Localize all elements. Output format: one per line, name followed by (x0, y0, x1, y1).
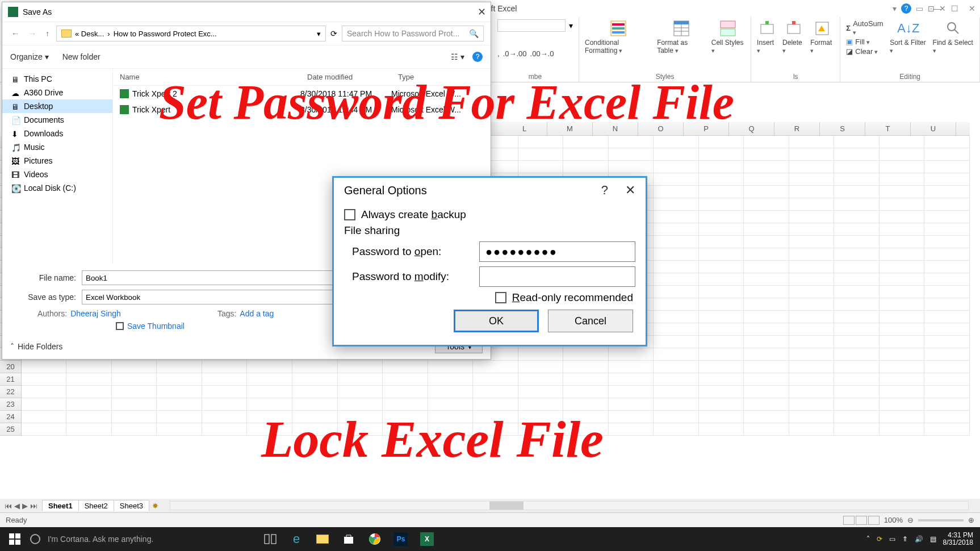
cell[interactable] (744, 136, 789, 148)
col-header[interactable]: S (820, 122, 865, 135)
cell[interactable] (880, 198, 925, 211)
cell[interactable] (338, 411, 383, 423)
tray-chevron-icon[interactable]: ˄ (866, 535, 870, 543)
cell[interactable] (744, 323, 789, 336)
cell[interactable] (654, 173, 699, 186)
cell[interactable] (383, 386, 428, 398)
cell[interactable] (383, 398, 428, 411)
cell[interactable] (880, 336, 925, 348)
minimize-icon[interactable]: — (933, 4, 941, 13)
cell[interactable] (112, 386, 157, 398)
cell[interactable] (924, 423, 970, 436)
cell[interactable] (563, 361, 609, 373)
cell[interactable] (744, 398, 789, 411)
cell[interactable] (654, 311, 699, 323)
cell[interactable] (518, 161, 564, 173)
cell[interactable] (699, 298, 744, 311)
cell[interactable] (202, 361, 248, 373)
cell[interactable] (654, 223, 699, 236)
cell[interactable] (834, 248, 880, 261)
cell[interactable] (518, 136, 564, 148)
cell[interactable] (22, 398, 67, 411)
cell[interactable] (744, 286, 789, 298)
row-header[interactable]: 20 (0, 361, 22, 373)
genopt-close-icon[interactable]: ✕ (625, 183, 635, 198)
cell[interactable] (518, 398, 564, 411)
format-cells[interactable]: Format (810, 19, 834, 55)
cancel-button[interactable]: Cancel (548, 310, 633, 332)
ok-button[interactable]: OK (454, 310, 539, 332)
view-break-icon[interactable] (868, 516, 880, 525)
cell[interactable] (247, 411, 292, 423)
cell[interactable] (924, 336, 970, 348)
cell[interactable] (744, 186, 789, 198)
cell[interactable] (834, 198, 880, 211)
cell[interactable] (834, 423, 880, 436)
cell[interactable] (924, 348, 970, 361)
tray-volume-icon[interactable]: 🔊 (915, 535, 923, 543)
genopt-help-icon[interactable]: ? (601, 183, 608, 198)
cell[interactable] (880, 373, 925, 386)
addr-dropdown-icon[interactable]: ▾ (317, 30, 321, 38)
cell[interactable] (202, 373, 248, 386)
cell[interactable] (699, 173, 744, 186)
cell[interactable] (609, 386, 654, 398)
cell[interactable] (924, 136, 970, 148)
row-header[interactable]: 23 (0, 398, 22, 411)
cell[interactable] (292, 411, 338, 423)
cell[interactable] (880, 298, 925, 311)
cell[interactable] (699, 348, 744, 361)
cell[interactable] (880, 398, 925, 411)
cell[interactable] (66, 423, 112, 436)
cell[interactable] (518, 361, 564, 373)
cell[interactable] (699, 198, 744, 211)
cell[interactable] (789, 173, 835, 186)
cell[interactable] (924, 311, 970, 323)
zoom-in-icon[interactable]: ⊕ (968, 516, 974, 524)
cell[interactable] (66, 398, 112, 411)
cell[interactable] (563, 386, 609, 398)
cell[interactable] (880, 323, 925, 336)
hide-folders-toggle[interactable]: ˄Hide Folders (10, 342, 62, 351)
cell[interactable] (609, 423, 654, 436)
cell[interactable] (609, 161, 654, 173)
format-as-table[interactable]: Format as Table (657, 19, 706, 55)
cell[interactable] (473, 386, 518, 398)
cell[interactable] (880, 161, 925, 173)
cell[interactable] (789, 261, 835, 273)
cell[interactable] (473, 398, 518, 411)
cell[interactable] (66, 386, 112, 398)
cell[interactable] (654, 161, 699, 173)
cell[interactable] (789, 286, 835, 298)
cell[interactable] (473, 361, 518, 373)
cell[interactable] (157, 423, 202, 436)
cell[interactable] (789, 211, 835, 223)
cell[interactable] (338, 398, 383, 411)
ribbon-min-icon[interactable]: ▭ (916, 4, 923, 13)
cell[interactable] (880, 173, 925, 186)
cell[interactable] (924, 411, 970, 423)
cell[interactable] (744, 173, 789, 186)
col-header[interactable]: U (911, 122, 956, 135)
cell[interactable] (880, 348, 925, 361)
cell[interactable] (699, 398, 744, 411)
col-header[interactable]: O (638, 122, 684, 135)
cell[interactable] (744, 423, 789, 436)
col-header[interactable]: M (547, 122, 593, 135)
cell[interactable] (834, 236, 880, 248)
cell[interactable] (834, 261, 880, 273)
cell[interactable] (880, 148, 925, 161)
row-header[interactable]: 21 (0, 373, 22, 386)
cell[interactable] (428, 423, 474, 436)
fill[interactable]: ▣Fill (846, 37, 884, 46)
cell[interactable] (699, 386, 744, 398)
cell[interactable] (428, 361, 474, 373)
cell[interactable] (609, 136, 654, 148)
cell[interactable] (789, 361, 835, 373)
cell[interactable] (654, 136, 699, 148)
cell[interactable] (834, 411, 880, 423)
cell[interactable] (428, 386, 474, 398)
cell[interactable] (66, 411, 112, 423)
cell[interactable] (880, 423, 925, 436)
cell[interactable] (834, 223, 880, 236)
